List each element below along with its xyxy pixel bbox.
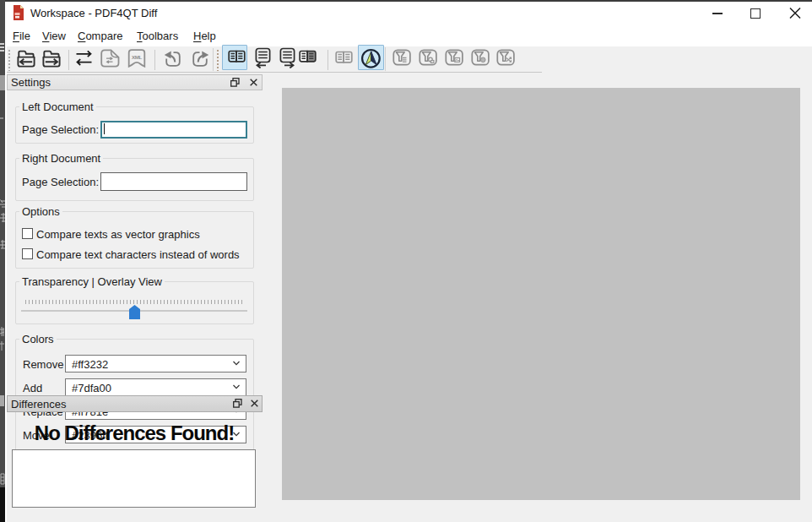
svg-text:XML: XML <box>132 54 143 60</box>
